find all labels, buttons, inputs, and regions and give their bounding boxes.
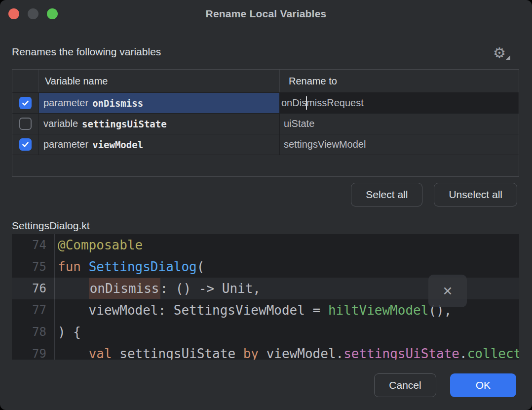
rename-inline-editor[interactable]: onDismissRequest bbox=[281, 96, 364, 110]
unselect-all-button[interactable]: Unselect all bbox=[434, 183, 517, 206]
code-token bbox=[58, 346, 89, 360]
cancel-button[interactable]: Cancel bbox=[374, 373, 436, 397]
row-checkbox[interactable] bbox=[19, 118, 32, 130]
table-row[interactable]: parameteronDismissonDismissRequest bbox=[12, 93, 519, 114]
rename-to-cell[interactable]: settingsViewModel bbox=[280, 134, 519, 155]
variables-table: Variable name Rename to parameteronDismi… bbox=[12, 69, 519, 177]
line-number: 79 bbox=[12, 347, 54, 360]
code-token bbox=[58, 281, 89, 296]
rename-dialog-window: Rename Local Variables Renames the follo… bbox=[0, 0, 532, 410]
variable-name-label: onDismiss bbox=[92, 98, 143, 109]
variable-name-cell[interactable]: parameterviewModel bbox=[39, 134, 280, 155]
code-line: 74@Composable bbox=[12, 234, 519, 256]
dialog-description: Renames the following variables bbox=[12, 46, 161, 58]
code-token: collect bbox=[467, 346, 519, 360]
settings-gear-button[interactable]: ⚙ bbox=[493, 43, 513, 62]
code-line-text: ) { bbox=[54, 321, 81, 343]
line-number: 74 bbox=[12, 238, 54, 252]
close-preview-button[interactable]: ✕ bbox=[428, 275, 467, 307]
code-token: settingsUiState bbox=[119, 346, 243, 360]
code-token: val bbox=[89, 346, 120, 360]
variable-kind-label: variable bbox=[43, 118, 78, 129]
code-line-text: @Composable bbox=[54, 234, 143, 256]
window-title: Rename Local Variables bbox=[206, 8, 327, 20]
title-bar: Rename Local Variables bbox=[0, 0, 532, 28]
table-row[interactable]: parameterviewModelsettingsViewModel bbox=[12, 134, 519, 155]
code-line-text: val settingsUiState by viewModel.setting… bbox=[54, 343, 519, 360]
code-token: : () -> Unit, bbox=[160, 281, 261, 296]
code-line: 78) { bbox=[12, 321, 519, 343]
code-token: by bbox=[243, 346, 266, 360]
code-token: ( bbox=[197, 259, 205, 274]
checkbox-cell bbox=[12, 93, 39, 113]
row-checkbox[interactable] bbox=[19, 138, 32, 151]
variable-name-cell[interactable]: variablesettingsUiState bbox=[39, 114, 280, 134]
dialog-action-buttons: Cancel OK bbox=[374, 373, 516, 397]
close-icon: ✕ bbox=[443, 284, 453, 298]
code-token: fun bbox=[58, 259, 89, 274]
code-preview-editor[interactable]: 74@Composable75fun SettingsDialog(76 onD… bbox=[12, 234, 519, 360]
row-checkbox[interactable] bbox=[19, 97, 32, 109]
code-line-text: fun SettingsDialog( bbox=[54, 256, 204, 278]
line-number: 76 bbox=[12, 282, 54, 295]
variable-name-cell[interactable]: parameteronDismiss bbox=[39, 93, 280, 113]
line-number: 75 bbox=[12, 260, 54, 274]
checkbox-cell bbox=[12, 114, 39, 134]
table-body: parameteronDismissonDismissRequestvariab… bbox=[12, 93, 519, 155]
code-token: @Composable bbox=[58, 238, 143, 252]
code-line-text: onDismiss: () -> Unit, bbox=[54, 278, 261, 299]
close-window-icon[interactable] bbox=[8, 8, 19, 19]
ok-button[interactable]: OK bbox=[450, 373, 516, 397]
variable-kind-label: parameter bbox=[43, 97, 88, 109]
variable-kind-label: parameter bbox=[43, 139, 88, 150]
rename-to-cell[interactable]: onDismissRequest bbox=[280, 93, 519, 113]
gear-icon: ⚙ bbox=[493, 45, 506, 61]
code-token: viewModel. bbox=[266, 346, 344, 360]
checkmark-icon bbox=[21, 99, 30, 107]
renamed-usage-highlight: onDismiss bbox=[89, 278, 160, 299]
code-token: hiltViewModel bbox=[328, 303, 429, 318]
rename-text-before-caret: onDis bbox=[281, 97, 306, 109]
variable-name-label: settingsUiState bbox=[82, 119, 167, 129]
checkmark-icon bbox=[21, 140, 30, 149]
table-row[interactable]: variablesettingsUiStateuiState bbox=[12, 114, 519, 134]
code-token: viewModel: SettingsViewModel = bbox=[58, 303, 328, 318]
rename-text-after-caret: missRequest bbox=[306, 97, 364, 109]
line-number: 78 bbox=[12, 325, 54, 339]
zoom-window-icon[interactable] bbox=[47, 8, 58, 19]
line-number: 77 bbox=[12, 303, 54, 317]
code-token: . bbox=[459, 346, 467, 360]
dropdown-caret-icon bbox=[506, 55, 510, 60]
code-line-text: viewModel: SettingsViewModel = hiltViewM… bbox=[54, 299, 452, 321]
rename-to-value: uiState bbox=[284, 118, 314, 129]
column-header-variable-name: Variable name bbox=[39, 70, 280, 92]
rename-to-value: settingsViewModel bbox=[284, 139, 366, 150]
selection-buttons: Select all Unselect all bbox=[351, 183, 517, 206]
column-header-checkbox bbox=[12, 70, 39, 92]
column-header-rename-to: Rename to bbox=[280, 70, 519, 92]
code-token: settingsUiState bbox=[343, 346, 459, 360]
rename-to-cell[interactable]: uiState bbox=[280, 114, 519, 134]
preview-file-name: SettingsDialog.kt bbox=[12, 220, 90, 232]
select-all-button[interactable]: Select all bbox=[351, 183, 422, 206]
variable-name-label: viewModel bbox=[92, 139, 143, 150]
code-token: ) { bbox=[58, 325, 81, 339]
table-header: Variable name Rename to bbox=[12, 70, 519, 93]
traffic-lights bbox=[8, 8, 58, 19]
minimize-window-icon[interactable] bbox=[28, 8, 38, 19]
checkbox-cell bbox=[12, 134, 39, 155]
code-line: 79 val settingsUiState by viewModel.sett… bbox=[12, 343, 519, 360]
code-token: SettingsDialog bbox=[89, 259, 197, 274]
